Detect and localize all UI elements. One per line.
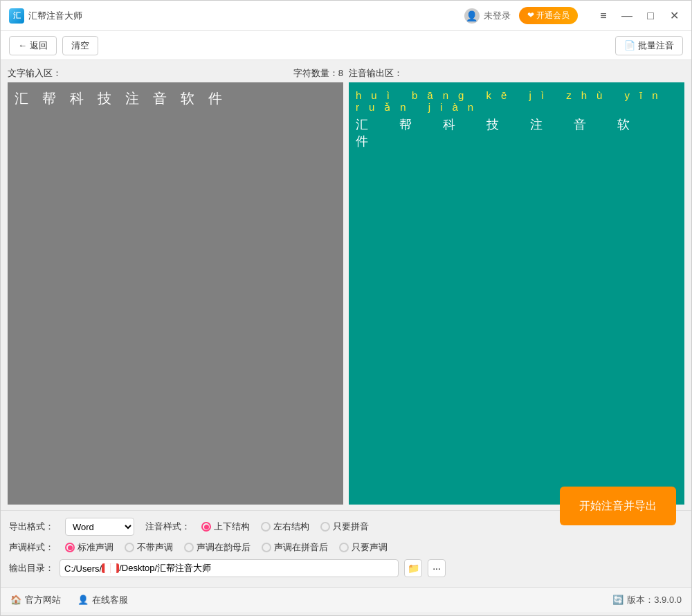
close-button[interactable]: ✕ bbox=[665, 7, 683, 25]
output-dir-label: 输出目录： bbox=[9, 562, 54, 574]
tone-after-pinyin-radio[interactable] bbox=[262, 543, 271, 552]
output-display-area: huì bāng kē jì zhù yīn ruǎn jiàn 汇 帮 科 技… bbox=[349, 82, 684, 505]
app-logo: 汇 bbox=[9, 8, 24, 24]
output-dir-row: 输出目录： C:/Users/ ██ /Desktop/汇帮注音大师 📁 ··· bbox=[9, 559, 683, 577]
format-select[interactable]: Word Excel PDF TXT bbox=[65, 518, 134, 536]
tone-style-label: 声调样式： bbox=[9, 541, 54, 554]
clear-button[interactable]: 清空 bbox=[62, 36, 98, 55]
version-label: 版本：3.9.0.0 bbox=[627, 594, 682, 606]
input-area-label: 文字输入区： bbox=[8, 67, 62, 80]
text-input-area[interactable]: 汇 帮 科 技 注 音 软 件 bbox=[8, 82, 343, 505]
pinyin-output-line: huì bāng kē jì zhù yīn ruǎn jiàn bbox=[356, 89, 677, 114]
home-icon: 🏠 bbox=[10, 595, 21, 605]
dir-path-user: ██ bbox=[102, 563, 119, 573]
refresh-icon: 🔄 bbox=[612, 595, 623, 605]
tone-row: 声调样式： 标准声调 不带声调 声调在韵母后 声调在拼音后 只要声调 bbox=[9, 541, 683, 554]
tone-standard[interactable]: 标准声调 bbox=[65, 541, 113, 554]
panels-container: 文字输入区： 字符数量：8 汇 帮 科 技 注 音 软 件 注音输出区： huì… bbox=[1, 60, 691, 510]
style-pinyin-only[interactable]: 只要拼音 bbox=[320, 520, 369, 533]
tone-only-radio[interactable] bbox=[339, 543, 349, 552]
tone-none[interactable]: 不带声调 bbox=[125, 541, 173, 554]
dir-more-button[interactable]: ··· bbox=[428, 559, 446, 577]
service-icon: 👤 bbox=[78, 595, 89, 605]
dir-browse-button[interactable]: 📁 bbox=[404, 559, 422, 577]
app-title: 汇帮注音大师 bbox=[28, 10, 464, 22]
format-label: 导出格式： bbox=[9, 520, 54, 533]
tone-only[interactable]: 只要声调 bbox=[339, 541, 388, 554]
toolbar: ← 返回 清空 📄 批量注音 bbox=[1, 31, 691, 60]
tone-none-radio[interactable] bbox=[125, 543, 134, 552]
website-item[interactable]: 🏠 官方网站 bbox=[10, 594, 61, 606]
service-label: 在线客服 bbox=[92, 594, 128, 606]
settings-area: 导出格式： Word Excel PDF TXT 注音样式： 上下结构 左右结构… bbox=[1, 510, 691, 587]
input-panel-header: 文字输入区： 字符数量：8 bbox=[8, 66, 343, 82]
user-avatar-icon: 👤 bbox=[464, 8, 480, 24]
status-bar: 🏠 官方网站 👤 在线客服 🔄 版本：3.9.0.0 bbox=[1, 587, 691, 612]
tone-after-pinyin[interactable]: 声调在拼音后 bbox=[262, 541, 328, 554]
menu-button[interactable]: ≡ bbox=[594, 7, 612, 25]
pinyin-style-group: 上下结构 左右结构 只要拼音 bbox=[201, 520, 369, 533]
style-top-bottom-radio[interactable] bbox=[201, 522, 211, 532]
tone-style-group: 标准声调 不带声调 声调在韵母后 声调在拼音后 只要声调 bbox=[65, 541, 388, 554]
minimize-button[interactable]: — bbox=[618, 7, 636, 25]
output-dir-display: C:/Users/ ██ /Desktop/汇帮注音大师 bbox=[60, 559, 399, 577]
batch-button[interactable]: 📄 批量注音 bbox=[615, 36, 683, 55]
output-area-label: 注音输出区： bbox=[349, 67, 403, 80]
style-top-bottom[interactable]: 上下结构 bbox=[201, 520, 250, 533]
dir-path-suffix: /Desktop/汇帮注音大师 bbox=[119, 562, 211, 574]
tone-after-rhyme-radio[interactable] bbox=[184, 543, 194, 552]
service-item[interactable]: 👤 在线客服 bbox=[78, 594, 128, 606]
pinyin-style-label: 注音样式： bbox=[145, 520, 190, 533]
back-button[interactable]: ← 返回 bbox=[9, 36, 57, 55]
input-panel-wrapper: 文字输入区： 字符数量：8 汇 帮 科 技 注 音 软 件 bbox=[8, 66, 343, 505]
style-pinyin-only-radio[interactable] bbox=[320, 522, 330, 532]
batch-icon: 📄 bbox=[624, 40, 635, 51]
vip-button[interactable]: ❤ 开通会员 bbox=[519, 7, 578, 24]
format-row: 导出格式： Word Excel PDF TXT 注音样式： 上下结构 左右结构… bbox=[9, 518, 683, 536]
hanzi-output-line: 汇 帮 科 技 注 音 软 件 bbox=[356, 116, 677, 150]
output-panel-wrapper: 注音输出区： huì bāng kē jì zhù yīn ruǎn jiàn … bbox=[349, 66, 684, 505]
output-panel-header: 注音输出区： bbox=[349, 66, 684, 82]
window-controls: ≡ — □ ✕ bbox=[594, 7, 683, 25]
user-area: 👤 未登录 bbox=[464, 8, 511, 24]
start-button[interactable]: 开始注音并导出 bbox=[560, 487, 676, 525]
maximize-button[interactable]: □ bbox=[641, 7, 659, 25]
title-bar: 汇 汇帮注音大师 👤 未登录 ❤ 开通会员 ≡ — □ ✕ bbox=[1, 1, 691, 31]
tone-standard-radio[interactable] bbox=[65, 543, 75, 552]
tone-after-rhyme[interactable]: 声调在韵母后 bbox=[184, 541, 251, 554]
website-label: 官方网站 bbox=[25, 594, 61, 606]
dir-path-prefix: C:/Users/ bbox=[64, 563, 102, 574]
style-left-right-radio[interactable] bbox=[261, 522, 271, 532]
char-count-label: 字符数量：8 bbox=[293, 67, 343, 80]
version-info: 🔄 版本：3.9.0.0 bbox=[612, 594, 682, 606]
style-left-right[interactable]: 左右结构 bbox=[261, 520, 309, 533]
user-label: 未登录 bbox=[484, 10, 511, 22]
main-area: 文字输入区： 字符数量：8 汇 帮 科 技 注 音 软 件 注音输出区： huì… bbox=[1, 60, 691, 510]
